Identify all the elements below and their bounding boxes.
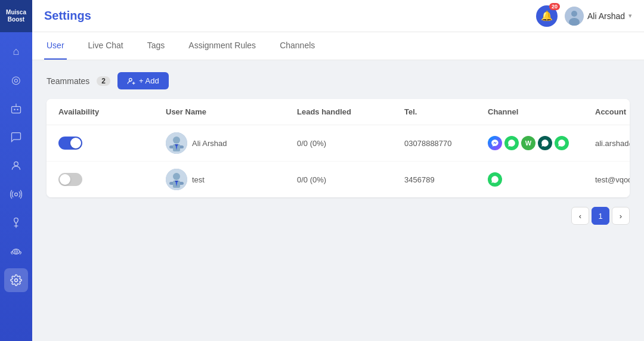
teammates-bar: Teammates 2 + Add [47, 72, 630, 89]
avatar [565, 7, 584, 26]
availability-toggle-1[interactable] [58, 137, 82, 150]
svg-point-4 [16, 104, 17, 105]
add-button-label: + Add [139, 76, 159, 85]
cell-tel-2: 3456789 [404, 175, 488, 184]
cell-account-2: test@vqode.com [595, 175, 630, 184]
col-tel: Tel. [404, 107, 488, 116]
col-username: User Name [166, 107, 297, 116]
username-1: Ali Arshad [192, 139, 227, 148]
svg-point-17 [129, 78, 132, 81]
tab-live-chat[interactable]: Live Chat [86, 32, 126, 60]
channel-icons-2 [488, 172, 502, 187]
user-menu[interactable]: Ali Arshad ▾ [565, 7, 632, 26]
whatsapp-icon-row2 [488, 172, 502, 187]
user-avatar-1 [166, 132, 187, 154]
cell-leads-2: 0/0 (0%) [297, 175, 404, 184]
svg-point-7 [14, 162, 18, 166]
messenger-icon [488, 136, 502, 150]
chat-icon[interactable] [4, 125, 28, 149]
sidebar: MuiscaBoost ⌂ ◎ [0, 0, 32, 341]
table-header: Availability User Name Leads handled Tel… [47, 99, 630, 125]
cell-username-1: Ali Arshad [166, 132, 297, 154]
tab-channels[interactable]: Channels [277, 32, 317, 60]
sidebar-logo: MuiscaBoost [0, 0, 32, 32]
next-page-button[interactable]: › [612, 207, 630, 225]
svg-point-15 [571, 11, 577, 17]
home-icon[interactable]: ⌂ [4, 39, 28, 63]
content-area: Teammates 2 + Add Availability User Name… [32, 60, 644, 341]
teammates-label: Teammates [47, 76, 89, 86]
col-channel: Channel [488, 107, 595, 116]
cell-channel-2 [488, 172, 595, 187]
header: Settings 🔔 20 Ali Arshad ▾ [32, 0, 644, 32]
user-icon[interactable] [4, 154, 28, 178]
add-user-button[interactable]: + Add [117, 72, 169, 89]
tabs-bar: User Live Chat Tags Assignment Rules Cha… [32, 32, 644, 60]
svg-point-8 [15, 193, 18, 196]
teammates-count: 2 [97, 76, 110, 86]
cell-channel-1: W [488, 136, 595, 150]
table-row: test 0/0 (0%) 3456789 test@vqode.com [47, 162, 630, 197]
cell-availability-2 [58, 173, 166, 186]
cell-username-2: test [166, 169, 297, 190]
channel-icons-1: W [488, 136, 569, 150]
col-leads: Leads handled [297, 107, 404, 116]
tab-user[interactable]: User [44, 32, 67, 60]
whatsapp-icon-3 [555, 136, 569, 150]
globe-icon[interactable]: ◎ [4, 68, 28, 92]
broadcast-icon[interactable] [4, 182, 28, 206]
logo-text: MuiscaBoost [6, 9, 26, 23]
wechat-icon: W [521, 136, 535, 150]
col-account: Account [595, 107, 630, 116]
cell-tel-1: 03078888770 [404, 139, 488, 148]
user-name: Ali Arshad [587, 11, 625, 21]
availability-toggle-2[interactable] [58, 173, 82, 186]
svg-rect-0 [12, 107, 21, 113]
header-right: 🔔 20 Ali Arshad ▾ [536, 5, 632, 27]
cell-leads-1: 0/0 (0%) [297, 139, 404, 148]
svg-point-13 [15, 279, 18, 282]
username-2: test [192, 175, 205, 184]
svg-point-21 [173, 137, 180, 144]
chevron-down-icon: ▾ [628, 12, 632, 20]
notification-bell[interactable]: 🔔 20 [536, 5, 558, 27]
hook-icon[interactable] [4, 211, 28, 235]
col-availability: Availability [58, 107, 166, 116]
svg-point-2 [17, 108, 18, 110]
cell-availability-1 [58, 137, 166, 150]
table-row: Ali Arshad 0/0 (0%) 03078888770 [47, 125, 630, 162]
whatsapp-icon-1 [504, 136, 519, 150]
tab-assignment-rules[interactable]: Assignment Rules [186, 32, 258, 60]
svg-point-25 [173, 173, 180, 180]
svg-point-1 [14, 108, 16, 110]
prev-page-button[interactable]: ‹ [571, 207, 589, 225]
main-content: Settings 🔔 20 Ali Arshad ▾ User [32, 0, 644, 341]
notification-badge: 20 [549, 3, 560, 10]
whatsapp-icon-2 [538, 136, 552, 150]
brain-icon[interactable] [4, 240, 28, 264]
cell-account-1: ali.arshad@vqode.com [595, 139, 630, 148]
page-1-button[interactable]: 1 [592, 207, 609, 225]
users-table: Availability User Name Leads handled Tel… [47, 99, 630, 197]
pagination: ‹ 1 › [47, 207, 630, 225]
settings-icon[interactable] [4, 268, 28, 292]
bot-icon[interactable] [4, 97, 28, 120]
tab-tags[interactable]: Tags [145, 32, 168, 60]
page-title: Settings [44, 9, 91, 23]
user-avatar-2 [166, 169, 187, 190]
